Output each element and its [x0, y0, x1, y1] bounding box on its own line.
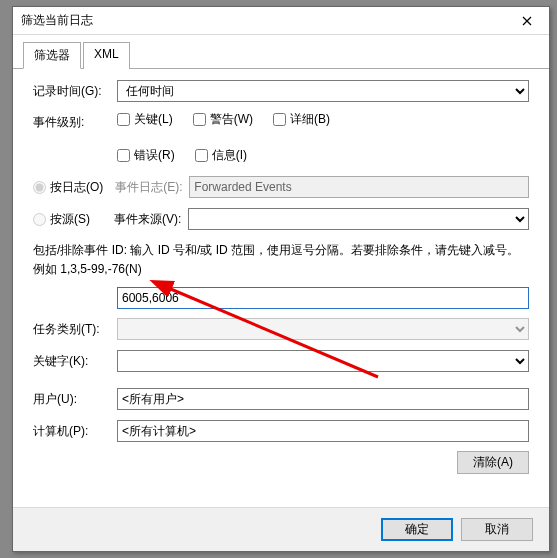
close-icon: [522, 16, 532, 26]
chk-warning[interactable]: [193, 113, 206, 126]
logged-label: 记录时间(G):: [33, 83, 117, 100]
lbl-error: 错误(R): [134, 147, 175, 164]
lbl-info: 信息(I): [212, 147, 247, 164]
ok-button[interactable]: 确定: [381, 518, 453, 541]
chk-critical[interactable]: [117, 113, 130, 126]
computer-input[interactable]: [117, 420, 529, 442]
keyword-select[interactable]: [117, 350, 529, 372]
cancel-button[interactable]: 取消: [461, 518, 533, 541]
chk-verbose[interactable]: [273, 113, 286, 126]
level-label: 事件级别:: [33, 111, 117, 131]
computer-label: 计算机(P):: [33, 423, 117, 440]
eventsource-select[interactable]: [188, 208, 529, 230]
radio-bylog: [33, 181, 46, 194]
eventsource-label: 事件来源(V):: [114, 211, 188, 228]
eventid-input[interactable]: [117, 287, 529, 309]
tab-bar: 筛选器 XML: [13, 35, 549, 69]
dialog-title: 筛选当前日志: [21, 12, 93, 29]
logged-select[interactable]: 任何时间: [117, 80, 529, 102]
lbl-bylog: 按日志(O): [50, 179, 103, 196]
close-button[interactable]: [505, 7, 549, 34]
titlebar: 筛选当前日志: [13, 7, 549, 35]
eventlog-label: 事件日志(E):: [115, 179, 189, 196]
dialog-footer: 确定 取消: [13, 507, 549, 551]
chk-info[interactable]: [195, 149, 208, 162]
chk-error[interactable]: [117, 149, 130, 162]
eventlog-field: [189, 176, 529, 198]
clear-button[interactable]: 清除(A): [457, 451, 529, 474]
task-select: [117, 318, 529, 340]
lbl-critical: 关键(L): [134, 111, 173, 128]
tab-filter[interactable]: 筛选器: [23, 42, 81, 69]
keyword-label: 关键字(K):: [33, 353, 117, 370]
lbl-warning: 警告(W): [210, 111, 253, 128]
lbl-bysource: 按源(S): [50, 211, 90, 228]
lbl-verbose: 详细(B): [290, 111, 330, 128]
tab-xml[interactable]: XML: [83, 42, 130, 69]
radio-bysource: [33, 213, 46, 226]
filter-dialog: 筛选当前日志 筛选器 XML 记录时间(G): 任何时间 事件级别: 关键(L)…: [12, 6, 550, 552]
user-input[interactable]: [117, 388, 529, 410]
dialog-content: 记录时间(G): 任何时间 事件级别: 关键(L) 警告(W) 详细(B) 错误…: [13, 69, 549, 484]
help-text: 包括/排除事件 ID: 输入 ID 号和/或 ID 范围，使用逗号分隔。若要排除…: [33, 241, 529, 279]
task-label: 任务类别(T):: [33, 321, 117, 338]
user-label: 用户(U):: [33, 391, 117, 408]
